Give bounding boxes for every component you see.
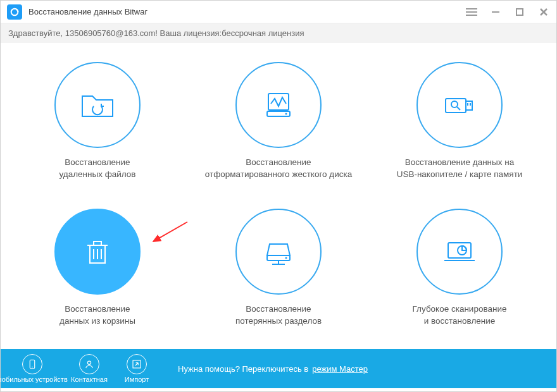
svg-rect-12 — [466, 101, 472, 110]
option-label: Глубокое сканированиеи восстановление — [384, 303, 535, 328]
window-title: Восстановление данных Bitwar — [28, 7, 465, 16]
option-label: Восстановлениеудаленных файлов — [22, 157, 173, 181]
footer-bar: мобильных устройств Контактная Импорт Ну… — [1, 349, 556, 388]
svg-point-30 — [32, 367, 33, 368]
greeting-bar: Здравствуйте, 13506905760@163.com! Ваша … — [1, 23, 556, 43]
person-icon — [79, 354, 99, 374]
hdd-activity-icon — [235, 62, 322, 148]
mobile-icon — [22, 354, 42, 374]
option-label: Восстановлениеданных из корзины — [22, 303, 173, 328]
footer-contact[interactable]: Контактная — [64, 349, 115, 388]
external-drive-icon — [235, 209, 322, 295]
titlebar: Восстановление данных Bitwar — [1, 1, 556, 23]
recovery-options: Восстановлениеудаленных файлов Восстанов… — [1, 43, 556, 349]
window-controls — [465, 6, 550, 18]
option-deleted-files[interactable]: Восстановлениеудаленных файлов — [7, 56, 188, 202]
footer-label: Контактная — [71, 376, 108, 383]
laptop-scan-icon — [416, 209, 503, 295]
folder-recycle-icon — [54, 62, 141, 148]
minimize-button[interactable] — [489, 6, 502, 18]
option-recycle-bin[interactable]: Восстановлениеданных из корзины — [7, 202, 188, 349]
help-prefix: Нужна помощь? Переключитесь в — [178, 364, 308, 374]
option-usb-memory-card[interactable]: Восстановление данных наUSB-накопителе /… — [369, 56, 550, 202]
footer-label: мобильных устройств — [0, 376, 68, 383]
footer-help-text: Нужна помощь? Переключитесь в режим Маст… — [178, 364, 368, 374]
svg-point-31 — [87, 361, 91, 364]
import-icon — [127, 354, 147, 374]
option-label: Восстановлениеотформатированного жестког… — [203, 157, 354, 181]
svg-rect-25 — [448, 243, 471, 258]
svg-point-10 — [285, 113, 287, 115]
option-label: Восстановление данных наUSB-накопителе /… — [384, 157, 535, 181]
usb-search-icon — [416, 62, 503, 148]
svg-point-22 — [285, 257, 287, 259]
option-formatted-drive[interactable]: Восстановлениеотформатированного жестког… — [188, 56, 369, 202]
menu-button[interactable] — [465, 6, 478, 18]
option-lost-partitions[interactable]: Восстановлениепотерянных разделов — [188, 202, 369, 349]
close-button[interactable] — [537, 6, 550, 18]
footer-label: Импорт — [125, 376, 149, 383]
svg-point-15 — [451, 101, 458, 107]
wizard-mode-link[interactable]: режим Мастер — [312, 364, 368, 374]
option-label: Восстановлениепотерянных разделов — [203, 303, 354, 328]
trash-icon — [54, 209, 141, 295]
footer-import[interactable]: Импорт — [115, 349, 159, 388]
footer-mobile-devices[interactable]: мобильных устройств — [1, 349, 64, 388]
maximize-button[interactable] — [513, 6, 526, 18]
svg-rect-11 — [446, 99, 466, 113]
option-deep-scan[interactable]: Глубокое сканированиеи восстановление — [369, 202, 550, 349]
svg-rect-5 — [516, 9, 523, 15]
svg-line-16 — [457, 107, 460, 110]
app-icon — [7, 4, 22, 20]
